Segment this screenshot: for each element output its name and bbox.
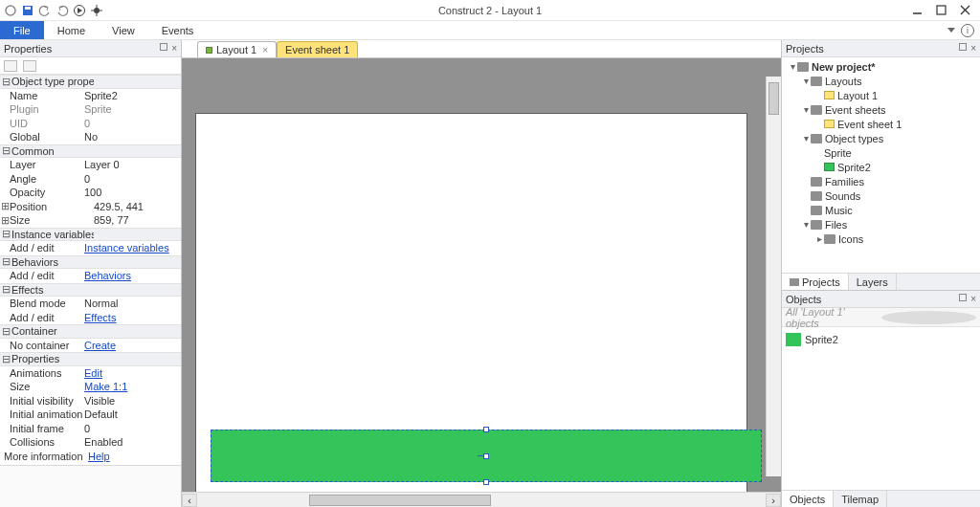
objects-filter[interactable]: All 'Layout 1' objects bbox=[782, 308, 980, 327]
tab-eventsheet-label: Event sheet 1 bbox=[285, 44, 349, 55]
prop-blend-value[interactable]: Normal bbox=[82, 298, 181, 309]
behaviors-link[interactable]: Behaviors bbox=[82, 270, 181, 281]
debug-icon[interactable] bbox=[90, 4, 103, 17]
tree-icons[interactable]: Icons bbox=[838, 233, 863, 245]
prop-addedit-fx-label: Add / edit bbox=[0, 312, 82, 323]
maximize-icon[interactable] bbox=[936, 5, 947, 15]
horizontal-scrollbar[interactable]: ‹ › bbox=[182, 492, 781, 507]
tree-sprite2[interactable]: Sprite2 bbox=[837, 162, 871, 173]
prop-global-label: Global bbox=[0, 131, 82, 143]
tab-eventsheet1[interactable]: Event sheet 1 bbox=[277, 41, 358, 57]
prop-layer-label: Layer bbox=[0, 159, 82, 170]
prop-angle-value[interactable]: 0 bbox=[82, 173, 181, 185]
section-container[interactable]: Container bbox=[11, 325, 94, 337]
prop-position-value[interactable]: 429.5, 441 bbox=[92, 201, 181, 212]
prop-opacity-value[interactable]: 100 bbox=[82, 187, 181, 198]
prop-plugin-value: Sprite bbox=[82, 103, 181, 115]
tab-layers[interactable]: Layers bbox=[849, 274, 897, 290]
tree-sprite[interactable]: Sprite bbox=[824, 147, 852, 159]
section-instvars[interactable]: Instance variables bbox=[11, 229, 94, 240]
pin-icon[interactable] bbox=[959, 294, 967, 301]
tree-project-root[interactable]: New project* bbox=[812, 61, 876, 73]
section-effects[interactable]: Effects bbox=[11, 284, 94, 296]
svg-point-0 bbox=[6, 6, 15, 15]
prop-categorize-icon[interactable] bbox=[4, 60, 17, 72]
menu-home[interactable]: Home bbox=[44, 21, 99, 39]
prop-ianim-value[interactable]: Default bbox=[82, 408, 181, 420]
run-icon[interactable] bbox=[73, 4, 86, 17]
panel-close-icon[interactable]: × bbox=[970, 294, 976, 304]
folder-icon bbox=[811, 105, 822, 115]
section-objtype[interactable]: Object type properties bbox=[11, 76, 94, 87]
undo-icon[interactable] bbox=[38, 4, 52, 17]
gear-icon[interactable] bbox=[881, 311, 977, 324]
scroll-left-icon[interactable]: ‹ bbox=[182, 494, 197, 507]
project-tree: ▾New project* ▾Layouts Layout 1 ▾Event s… bbox=[782, 57, 980, 273]
panel-close-icon[interactable]: × bbox=[970, 43, 976, 54]
tree-objecttypes[interactable]: Object types bbox=[825, 133, 883, 144]
prop-name-value[interactable]: Sprite2 bbox=[82, 90, 181, 101]
ribbon-collapse-icon[interactable] bbox=[947, 28, 955, 33]
prop-layer-value[interactable]: Layer 0 bbox=[82, 159, 181, 170]
effects-link[interactable]: Effects bbox=[82, 312, 181, 323]
tree-files[interactable]: Files bbox=[825, 219, 847, 231]
redo-icon[interactable] bbox=[56, 4, 69, 17]
tab-close-icon[interactable]: × bbox=[262, 45, 268, 55]
save-icon[interactable] bbox=[21, 4, 34, 17]
tree-layouts[interactable]: Layouts bbox=[825, 76, 862, 87]
app-icon bbox=[4, 4, 17, 17]
prop-coll-value[interactable]: Enabled bbox=[82, 436, 181, 448]
resize-handle-top[interactable] bbox=[483, 427, 489, 432]
tree-music[interactable]: Music bbox=[825, 205, 853, 216]
tab-objects[interactable]: Objects bbox=[782, 491, 834, 507]
prop-position-label[interactable]: Position bbox=[10, 201, 92, 212]
prop-addedit-bh-label: Add / edit bbox=[0, 270, 82, 281]
tree-sounds[interactable]: Sounds bbox=[825, 190, 860, 202]
help-link[interactable]: Help bbox=[86, 451, 181, 462]
close-icon[interactable] bbox=[960, 5, 970, 15]
menu-events[interactable]: Events bbox=[148, 21, 208, 39]
minimize-icon[interactable] bbox=[912, 5, 923, 15]
folder-icon bbox=[811, 77, 822, 86]
scroll-thumb[interactable] bbox=[309, 495, 491, 506]
tree-families[interactable]: Families bbox=[825, 176, 864, 187]
instance-variables-link[interactable]: Instance variables bbox=[82, 242, 181, 254]
object-item-sprite2[interactable]: Sprite2 bbox=[786, 331, 976, 348]
prop-size-value[interactable]: 859, 77 bbox=[92, 214, 181, 226]
menu-file[interactable]: File bbox=[0, 21, 44, 39]
tree-layout1[interactable]: Layout 1 bbox=[837, 90, 878, 101]
panel-close-icon[interactable]: × bbox=[171, 43, 177, 54]
prop-global-value[interactable]: No bbox=[82, 131, 181, 143]
prop-sort-icon[interactable] bbox=[23, 60, 36, 72]
section-common[interactable]: Common bbox=[11, 145, 94, 157]
selected-sprite[interactable] bbox=[211, 430, 762, 482]
size-make11-link[interactable]: Make 1:1 bbox=[82, 381, 181, 392]
tab-layout1[interactable]: Layout 1× bbox=[197, 41, 277, 57]
container-create-link[interactable]: Create bbox=[82, 340, 181, 351]
origin-handle[interactable] bbox=[483, 453, 489, 459]
tree-eventsheet1[interactable]: Event sheet 1 bbox=[837, 119, 902, 130]
section-behaviors[interactable]: Behaviors bbox=[11, 256, 94, 268]
prop-opacity-label: Opacity bbox=[0, 187, 82, 198]
help-icon[interactable]: i bbox=[961, 24, 974, 37]
canvas[interactable] bbox=[182, 58, 781, 492]
tab-projects[interactable]: Projects bbox=[782, 274, 849, 290]
prop-size-label[interactable]: Size bbox=[10, 214, 92, 226]
layout-icon bbox=[824, 91, 835, 99]
pin-icon[interactable] bbox=[959, 43, 967, 51]
animations-edit-link[interactable]: Edit bbox=[82, 367, 181, 379]
resize-handle-bottom[interactable] bbox=[483, 479, 489, 485]
prop-iframe-label: Initial frame bbox=[0, 423, 82, 434]
tree-eventsheets[interactable]: Event sheets bbox=[825, 104, 886, 116]
menu-view[interactable]: View bbox=[99, 21, 148, 39]
scroll-right-icon[interactable]: › bbox=[766, 494, 781, 507]
prop-iframe-value[interactable]: 0 bbox=[82, 423, 181, 434]
pin-icon[interactable] bbox=[160, 43, 167, 51]
prop-ivis-label: Initial visibility bbox=[0, 395, 82, 407]
tab-tilemap[interactable]: Tilemap bbox=[834, 491, 887, 507]
prop-ivis-value[interactable]: Visible bbox=[82, 395, 181, 407]
vertical-scrollbar[interactable] bbox=[766, 77, 781, 476]
section-properties[interactable]: Properties bbox=[11, 353, 94, 364]
prop-addedit-iv-label: Add / edit bbox=[0, 242, 82, 254]
layout-page[interactable] bbox=[195, 113, 747, 492]
